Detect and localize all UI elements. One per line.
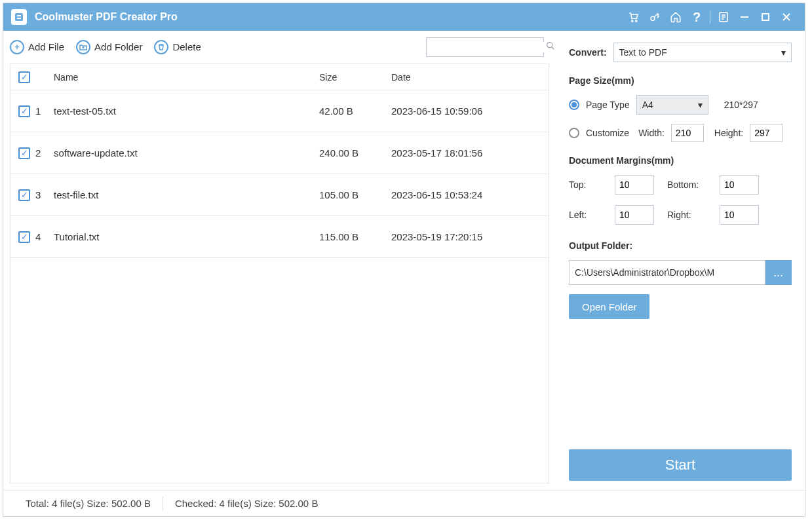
header-size[interactable]: Size — [319, 72, 391, 83]
row-date: 2023-05-17 18:01:56 — [391, 147, 549, 159]
row-size: 115.00 B — [319, 231, 391, 242]
row-index: 3 — [35, 189, 41, 200]
customize-radio[interactable] — [569, 128, 579, 138]
chevron-down-icon: ▾ — [698, 100, 703, 110]
page-type-select[interactable]: A4 ▾ — [636, 95, 708, 115]
height-input[interactable] — [750, 124, 783, 142]
svg-rect-0 — [15, 13, 23, 21]
margin-left-label: Left: — [569, 210, 615, 220]
margins-title: Document Margins(mm) — [569, 155, 792, 166]
key-icon[interactable] — [644, 7, 665, 28]
header-name[interactable]: Name — [50, 72, 319, 83]
cart-icon[interactable] — [623, 7, 644, 28]
row-index: 2 — [35, 147, 41, 159]
width-label: Width: — [638, 128, 665, 138]
output-folder-box: C:\Users\Administrator\Dropbox\M ... — [569, 260, 792, 285]
row-checkbox[interactable] — [18, 231, 30, 243]
row-name: Tutorial.txt — [50, 231, 319, 242]
page-type-label: Page Type — [586, 100, 630, 110]
app-window: Coolmuster PDF Creator Pro ? — [3, 3, 805, 517]
file-table: Name Size Date 1 text-test-05.txt 42.00 … — [10, 64, 549, 483]
browse-button[interactable]: ... — [765, 260, 792, 285]
margin-top-label: Top: — [569, 179, 615, 190]
table-header: Name Size Date — [10, 64, 549, 90]
delete-button[interactable]: Delete — [154, 40, 201, 54]
convert-value: Text to PDF — [619, 47, 667, 58]
svg-line-10 — [552, 47, 554, 50]
table-row[interactable]: 4 Tutorial.txt 115.00 B 2023-05-19 17:20… — [10, 216, 549, 258]
margin-left-input[interactable] — [615, 205, 654, 225]
svg-point-9 — [547, 43, 552, 48]
row-date: 2023-06-15 10:59:06 — [391, 105, 549, 117]
delete-icon — [154, 40, 168, 54]
help-icon[interactable]: ? — [686, 7, 707, 28]
row-size: 42.00 B — [319, 105, 391, 117]
page-type-radio[interactable] — [569, 100, 579, 110]
height-label: Height: — [714, 128, 743, 138]
select-all-checkbox[interactable] — [18, 71, 30, 83]
header-date[interactable]: Date — [391, 72, 549, 83]
margin-bottom-label: Bottom: — [667, 179, 720, 190]
svg-point-2 — [636, 20, 637, 22]
start-button[interactable]: Start — [569, 449, 792, 481]
customize-label: Customize — [586, 128, 629, 138]
svg-rect-6 — [762, 14, 769, 20]
add-folder-button[interactable]: Add Folder — [76, 40, 142, 54]
body: + Add File Add Folder Delete — [3, 31, 805, 490]
row-name: test-file.txt — [50, 189, 319, 200]
row-size: 105.00 B — [319, 189, 391, 200]
chevron-down-icon: ▾ — [781, 47, 786, 58]
margins-grid: Top: Bottom: Left: Right: — [569, 175, 792, 225]
page-dims: 210*297 — [724, 100, 758, 110]
page-type-value: A4 — [642, 100, 653, 110]
toolbar: + Add File Add Folder Delete — [3, 31, 556, 64]
settings-panel: Convert: Text to PDF ▾ Page Size(mm) Pag… — [556, 31, 805, 490]
row-index: 4 — [35, 231, 41, 242]
search-input[interactable] — [431, 42, 545, 52]
page-size-title: Page Size(mm) — [569, 75, 792, 86]
margin-top-input[interactable] — [615, 175, 654, 195]
search-box[interactable] — [426, 37, 544, 57]
convert-select[interactable]: Text to PDF ▾ — [613, 43, 792, 62]
add-folder-label: Add Folder — [94, 41, 142, 52]
margin-bottom-input[interactable] — [720, 175, 759, 195]
titlebar: Coolmuster PDF Creator Pro ? — [3, 3, 805, 31]
delete-label: Delete — [172, 41, 201, 52]
table-row[interactable]: 2 software-update.txt 240.00 B 2023-05-1… — [10, 132, 549, 174]
feedback-icon[interactable] — [713, 7, 734, 28]
status-bar: Total: 4 file(s) Size: 502.00 B Checked:… — [3, 490, 805, 516]
output-path[interactable]: C:\Users\Administrator\Dropbox\M — [569, 260, 765, 285]
table-row[interactable]: 1 text-test-05.txt 42.00 B 2023-06-15 10… — [10, 90, 549, 132]
row-date: 2023-05-19 17:20:15 — [391, 231, 549, 242]
row-name: text-test-05.txt — [50, 105, 319, 117]
status-total: Total: 4 file(s) Size: 502.00 B — [14, 498, 163, 509]
row-checkbox[interactable] — [18, 147, 30, 159]
table-row[interactable]: 3 test-file.txt 105.00 B 2023-06-15 10:5… — [10, 174, 549, 216]
app-icon — [11, 9, 27, 25]
row-date: 2023-06-15 10:53:24 — [391, 189, 549, 200]
app-title: Coolmuster PDF Creator Pro — [35, 11, 178, 23]
row-size: 240.00 B — [319, 147, 391, 159]
left-pane: + Add File Add Folder Delete — [3, 31, 556, 490]
add-file-button[interactable]: + Add File — [10, 40, 64, 54]
row-checkbox[interactable] — [18, 189, 30, 201]
add-file-label: Add File — [28, 41, 64, 52]
minimize-button[interactable] — [734, 7, 755, 28]
output-title: Output Folder: — [569, 240, 792, 251]
svg-point-3 — [651, 16, 655, 20]
row-index: 1 — [35, 105, 41, 117]
maximize-button[interactable] — [755, 7, 776, 28]
home-icon[interactable] — [665, 7, 686, 28]
search-icon[interactable] — [545, 41, 556, 53]
margin-right-label: Right: — [667, 210, 720, 220]
row-name: software-update.txt — [50, 147, 319, 159]
margin-right-input[interactable] — [720, 205, 759, 225]
convert-label: Convert: — [569, 47, 607, 58]
status-checked: Checked: 4 file(s) Size: 502.00 B — [163, 498, 330, 509]
add-file-icon: + — [10, 40, 24, 54]
width-input[interactable] — [671, 124, 704, 142]
open-folder-button[interactable]: Open Folder — [569, 294, 649, 319]
close-button[interactable] — [776, 7, 797, 28]
row-checkbox[interactable] — [18, 105, 30, 117]
svg-point-1 — [632, 20, 633, 22]
